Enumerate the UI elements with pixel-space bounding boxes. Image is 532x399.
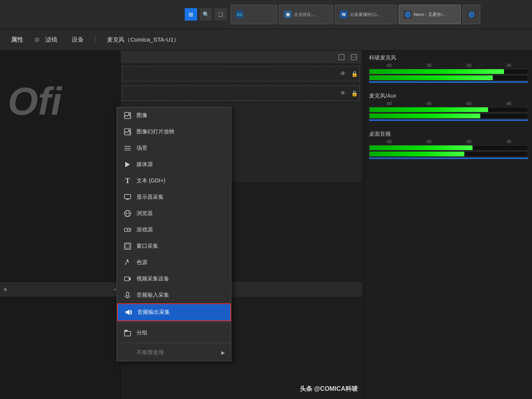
taskbar-app-extra[interactable]: 🌀	[462, 5, 480, 24]
track-border-1	[122, 66, 360, 81]
meter-bar-green-1	[369, 69, 504, 74]
windows-icon: ⊞	[189, 11, 193, 18]
notrecommend-icon	[123, 348, 132, 357]
enterprise-label: 企业优化...	[294, 12, 315, 18]
menu-item-audioin[interactable]: 音频输入采集	[117, 287, 231, 303]
menu-item-game[interactable]: 游戏源	[117, 222, 231, 238]
taskview-button[interactable]: ❑	[214, 8, 227, 21]
menu-label-game: 游戏源	[136, 226, 153, 233]
meter-bar-green-2b	[369, 114, 480, 118]
menu-item-text[interactable]: T 文本 (GDI+)	[117, 173, 231, 189]
meter-bar-green-3	[369, 145, 472, 150]
menu-item-videocap[interactable]: 视频采集设备	[117, 271, 231, 287]
scene-header-icon: ≡	[4, 287, 7, 292]
menu-label-browser: 浏览器	[136, 210, 153, 217]
taskbar-app-enterprise[interactable]: ◉ 企业优化...	[279, 5, 333, 24]
track-lock-1[interactable]: 🔒	[351, 71, 358, 77]
svg-rect-32	[124, 330, 128, 332]
audition-icon: Au	[236, 10, 243, 18]
text-icon: T	[123, 177, 132, 185]
preview-icon-2	[349, 52, 359, 62]
meter-label-1: 科唛麦克风	[369, 54, 528, 61]
menu-item-audioout[interactable]: 音频输出采集	[117, 303, 231, 321]
window-icon	[123, 242, 132, 250]
menu-item-image[interactable]: 图像	[117, 107, 231, 124]
audioout-icon	[124, 308, 133, 317]
color-icon	[123, 258, 132, 267]
menu-item-notrecommend[interactable]: 不推荐使用 ▶	[117, 345, 231, 361]
bottom-watermark: 头条 @COMICA科唛	[300, 385, 358, 393]
meter-bar-blue-3	[369, 158, 528, 159]
obs-watermark: Ofi	[8, 82, 62, 121]
main-area: 属性 ⚙ 滤镜 设备 麦克风（Comica_STA-U1） Ofi 👁	[0, 29, 532, 399]
menu-label-color: 色源	[136, 259, 147, 266]
svg-rect-0	[339, 54, 344, 60]
svg-rect-23	[124, 243, 131, 249]
meter-bar-container-2	[369, 107, 528, 112]
obs-icon: 🌀	[404, 10, 411, 18]
preview-icon-1	[337, 52, 346, 62]
slideshow-icon	[123, 128, 132, 136]
toolbar-bar: 属性 ⚙ 滤镜 设备 麦克风（Comica_STA-U1）	[0, 29, 532, 51]
taskbar-app-audition[interactable]: Au	[231, 5, 277, 24]
menu-item-monitor[interactable]: 显示器采集	[117, 189, 231, 205]
filter-tab[interactable]: 滤镜	[42, 34, 61, 46]
property-tab[interactable]: 属性	[8, 34, 26, 46]
mic-label: 麦克风（Comica_STA-U1）	[107, 36, 179, 44]
scene-add-btn[interactable]: +	[113, 287, 116, 292]
menu-item-slideshow[interactable]: 图像幻灯片放映	[117, 124, 231, 140]
windows-button[interactable]: ⊞	[185, 8, 197, 21]
menu-separator-2	[117, 343, 231, 343]
svg-rect-31	[124, 331, 131, 336]
menu-label-window: 窗口采集	[136, 243, 158, 250]
videocap-icon	[123, 275, 132, 283]
svg-point-25	[127, 259, 128, 261]
taskbar-app-obs[interactable]: 🌀 Norm - 又爱作/...	[399, 5, 461, 24]
svg-rect-26	[124, 277, 129, 281]
audioin-icon	[123, 291, 132, 299]
menu-item-window[interactable]: 窗口采集	[117, 238, 231, 254]
track-row-2: 👁 🔒	[121, 84, 362, 103]
menu-label-media: 媒体源	[136, 161, 153, 168]
word-icon: W	[340, 10, 348, 18]
group-icon	[123, 329, 132, 337]
toolbar-separator	[95, 35, 95, 44]
context-menu: 图像 图像幻灯片放映 场景	[117, 107, 231, 361]
menu-label-notrecommend: 不推荐使用	[136, 349, 164, 356]
submenu-arrow: ▶	[221, 350, 225, 355]
meter-bar-container-2b	[369, 113, 528, 119]
menu-item-media[interactable]: 媒体源	[117, 156, 231, 173]
menu-label-text: 文本 (GDI+)	[136, 177, 165, 184]
word-label: 出版夏骤的(1)...	[350, 12, 380, 18]
device-tab[interactable]: 设备	[68, 34, 87, 46]
taskview-icon: ❑	[218, 11, 223, 18]
audio-panel: 科唛麦克风 -60 -55 -50 -45 麦克风/Aux -60 -55 -5…	[365, 51, 532, 399]
svg-point-21	[129, 229, 130, 230]
track-eye-1[interactable]: 👁	[340, 70, 346, 77]
meter-bar-container-1b	[369, 75, 528, 80]
meter-bar-container-3	[369, 145, 528, 150]
scene-panel: ≡ +	[0, 282, 121, 399]
enterprise-icon: ◉	[284, 10, 292, 18]
media-icon	[123, 160, 132, 169]
menu-item-scene[interactable]: 场景	[117, 140, 231, 156]
meter-bar-green-3b	[369, 152, 464, 156]
menu-label-image: 图像	[136, 112, 147, 119]
obs-label: Norm - 又爱作/...	[414, 12, 446, 18]
track-eye-2[interactable]: 👁	[340, 90, 346, 97]
scene-icon	[123, 144, 132, 152]
taskbar-app-word[interactable]: W 出版夏骤的(1)...	[335, 5, 397, 24]
meter-bar-green-1b	[369, 75, 493, 80]
meter-bar-container-3b	[369, 151, 528, 157]
svg-rect-7	[130, 133, 131, 135]
svg-point-4	[128, 113, 130, 115]
track-border-2	[122, 86, 360, 101]
svg-marker-30	[126, 310, 130, 315]
menu-item-browser[interactable]: 浏览器	[117, 205, 231, 222]
menu-item-group[interactable]: 分组	[117, 325, 231, 341]
search-button[interactable]: 🔍	[200, 8, 212, 21]
menu-item-color[interactable]: 色源	[117, 254, 231, 271]
track-lock-2[interactable]: 🔒	[351, 90, 358, 96]
svg-point-22	[129, 230, 130, 231]
meter-bar-blue-2	[369, 119, 528, 121]
